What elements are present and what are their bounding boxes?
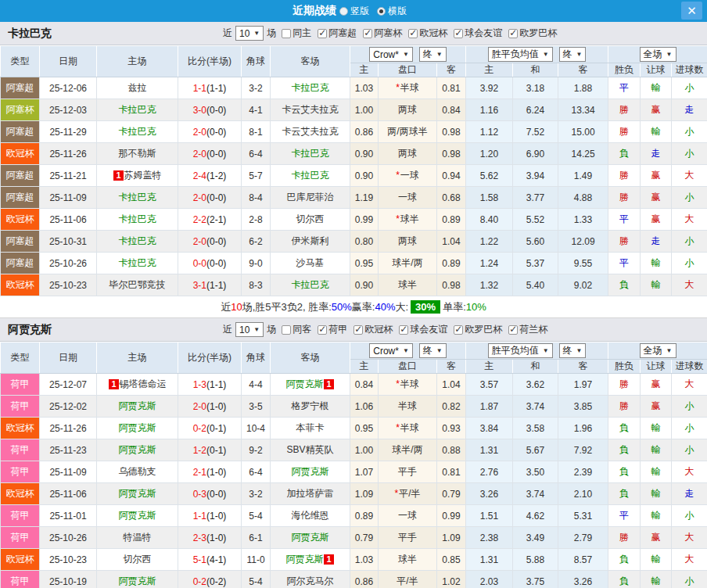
final-odds-select[interactable]: 终▼ (419, 343, 447, 358)
odds-1x2-draw: 3.74 (513, 483, 558, 505)
league-checkbox[interactable] (408, 29, 418, 38)
chevron-down-icon: ▼ (666, 51, 673, 58)
odds-1x2-draw: 3.58 (513, 418, 558, 439)
league-checkbox[interactable] (454, 325, 463, 335)
col-home: 主场 (97, 342, 178, 374)
handicap-odds-home: 0.86 (350, 571, 379, 588)
chevron-down-icon: ▼ (403, 347, 409, 354)
summary-segment: 大: (395, 300, 408, 314)
final-odds-select[interactable]: 终▼ (419, 47, 447, 62)
match-count-select[interactable]: 10▼ (235, 26, 264, 41)
final-odds-select[interactable]: 终▼ (559, 47, 587, 62)
wdl-average-select[interactable]: 胜平负均值▼ (488, 47, 553, 62)
score: 3-0(0-0) (178, 99, 242, 121)
col-1x2-away: 客 (558, 63, 608, 77)
home-team: 切尔西 (97, 549, 178, 571)
vertical-layout-radio[interactable] (339, 7, 348, 16)
handicap-odds-home: 1.09 (350, 483, 379, 505)
close-icon[interactable]: ✕ (681, 2, 702, 20)
odds-1x2-home: 2.76 (466, 461, 513, 483)
result-handicap: 赢 (641, 165, 672, 187)
handicap-odds-home: 0.79 (350, 527, 379, 549)
odds-1x2-draw: 5.60 (513, 231, 558, 253)
match-date: 25-12-06 (40, 77, 97, 99)
team-section-header: 卡拉巴克 近 10▼ 场 同主 阿塞超 阿塞杯 欧冠杯 球会友谊 欧罗巴杯 (0, 22, 707, 45)
home-team: 毕尔巴鄂竞技 (97, 274, 178, 296)
handicap-odds-away: 0.98 (437, 274, 466, 296)
league-type: 荷甲 (1, 505, 40, 527)
home-team: 卡拉巴克 (97, 99, 178, 121)
league-checkbox[interactable] (354, 325, 363, 335)
league-checkbox[interactable] (363, 29, 372, 38)
corner-score: 8-3 (242, 274, 271, 296)
league-checkbox[interactable] (508, 325, 518, 335)
league-checkbox[interactable] (454, 29, 463, 38)
league-label: 阿塞超 (328, 27, 357, 40)
result-handicap: 輸 (641, 253, 672, 274)
team-section-header: 阿贾克斯 近 10▼ 场 同客 荷甲 欧冠杯 球会友谊 欧罗巴杯 荷兰杯 (0, 318, 707, 342)
match-count-select[interactable]: 10▼ (235, 322, 264, 337)
chevron-down-icon: ▼ (543, 347, 549, 354)
league-checkbox[interactable] (318, 325, 327, 335)
league-type: 阿塞杯 (1, 99, 40, 121)
match-date: 25-10-26 (40, 527, 97, 549)
handicap-odds-away: 0.93 (437, 418, 466, 439)
odds-1x2-home: 1.16 (466, 99, 513, 121)
league-type: 荷甲 (1, 396, 40, 418)
result-wdl: 平 (608, 505, 641, 527)
league-type: 荷甲 (1, 439, 40, 461)
handicap-odds-away: 0.98 (437, 121, 466, 143)
match-date: 25-11-23 (40, 439, 97, 461)
odds-provider-select[interactable]: Crow*▼ (369, 343, 413, 358)
final-odds-select[interactable]: 终▼ (559, 343, 587, 358)
col-hdp-away: 客 (437, 360, 466, 374)
match-date: 25-10-23 (40, 549, 97, 571)
league-checkbox[interactable] (399, 325, 408, 335)
league-type: 荷甲 (1, 374, 40, 396)
odds-1x2-away: 9.02 (558, 274, 608, 296)
league-checkbox[interactable] (318, 29, 327, 38)
match-date: 25-10-23 (40, 274, 97, 296)
home-team: 卡拉巴克 (97, 231, 178, 253)
result-wdl: 勝 (608, 99, 641, 121)
star-icon: * (396, 82, 400, 93)
handicap: *半球 (379, 77, 437, 99)
select-value: 胜平负均值 (492, 344, 539, 357)
handicap-odds-home: 0.90 (350, 274, 379, 296)
odds-1x2-draw: 3.77 (513, 187, 558, 209)
score: 2-0(0-0) (178, 121, 242, 143)
match-row: 阿塞超25-10-26卡拉巴克0-0(0-0)9-0沙马基0.95球半/两0.8… (1, 253, 707, 274)
score: 2-2(2-1) (178, 209, 242, 231)
match-row: 荷甲25-11-09乌德勒支2-1(1-0)6-4阿贾克斯1.07平手0.812… (1, 461, 707, 483)
fulltime-select[interactable]: 全场▼ (640, 343, 676, 358)
odds-1x2-draw: 3.18 (513, 77, 558, 99)
handicap: *球半 (379, 209, 437, 231)
star-icon: * (396, 170, 400, 181)
handicap-odds-home: 1.03 (350, 549, 379, 571)
summary-segment: 30% (411, 300, 440, 314)
odds-1x2-home: 3.57 (466, 374, 513, 396)
handicap-odds-home: 0.89 (350, 505, 379, 527)
result-wdl: 勝 (608, 396, 641, 418)
star-icon: * (396, 422, 400, 433)
result-goals: 小 (672, 231, 707, 253)
odds-provider-select[interactable]: Crow*▼ (369, 47, 413, 62)
handicap-odds-away: 0.79 (437, 483, 466, 505)
odds-1x2-draw: 5.52 (513, 209, 558, 231)
same-venue-checkbox[interactable] (282, 325, 291, 335)
odds-1x2-away: 14.25 (558, 143, 608, 165)
wdl-average-select[interactable]: 胜平负均值▼ (488, 343, 553, 358)
result-wdl: 負 (608, 549, 641, 571)
star-icon: * (394, 488, 398, 499)
away-team: 巴库尼菲治 (271, 187, 350, 209)
horizontal-layout-radio[interactable] (377, 7, 386, 16)
corner-score: 6-2 (242, 231, 271, 253)
odds-1x2-home: 1.51 (466, 505, 513, 527)
league-checkbox[interactable] (508, 29, 518, 38)
handicap: *半球 (379, 374, 437, 396)
handicap: 半球 (379, 396, 437, 418)
same-venue-checkbox[interactable] (282, 29, 291, 38)
handicap-odds-home: 0.90 (350, 143, 379, 165)
fulltime-select[interactable]: 全场▼ (640, 47, 676, 62)
handicap-odds-away: 1.04 (437, 231, 466, 253)
